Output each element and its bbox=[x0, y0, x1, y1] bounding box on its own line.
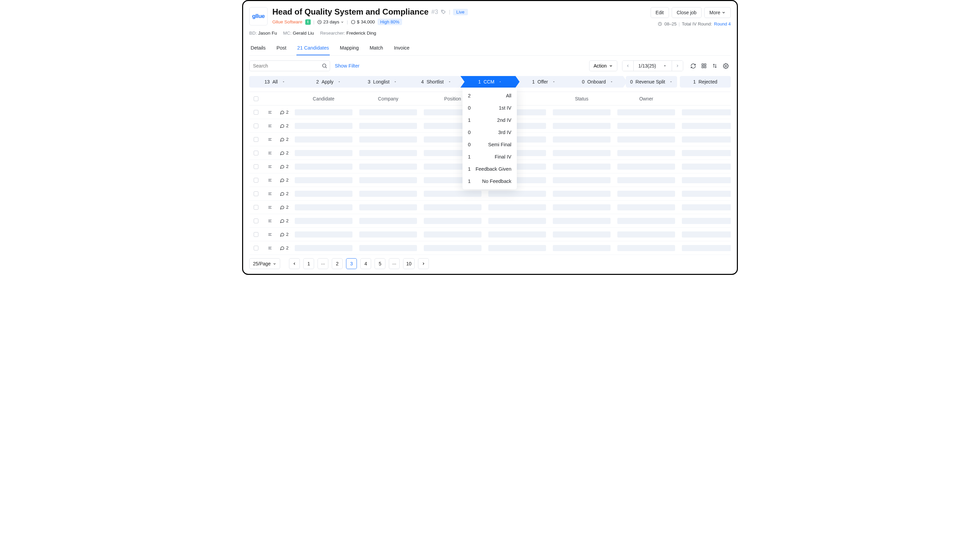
row-checkbox[interactable] bbox=[254, 191, 258, 196]
row-menu-icon[interactable] bbox=[263, 246, 277, 251]
row-checkbox[interactable] bbox=[254, 137, 258, 142]
stage-offer[interactable]: 1Offer bbox=[518, 76, 569, 87]
tab-post[interactable]: Post bbox=[276, 42, 287, 55]
skeleton bbox=[682, 232, 731, 238]
tab-mapping[interactable]: Mapping bbox=[339, 42, 360, 55]
company-link[interactable]: Gllue Software bbox=[272, 19, 302, 24]
row-menu-icon[interactable] bbox=[263, 110, 277, 115]
ccm-item-semi-final[interactable]: 0Semi Final bbox=[463, 138, 517, 151]
col-status[interactable]: Status bbox=[549, 96, 614, 102]
col-candidate[interactable]: Candidate bbox=[291, 96, 356, 102]
tab-match[interactable]: Match bbox=[369, 42, 384, 55]
bd-name[interactable]: Jason Fu bbox=[258, 30, 277, 36]
ccm-item-2nd-iv[interactable]: 12nd IV bbox=[463, 114, 517, 126]
tab-details[interactable]: Details bbox=[250, 42, 266, 55]
ccm-item-all[interactable]: 2All bbox=[463, 90, 517, 102]
page-prev[interactable] bbox=[289, 258, 300, 269]
row-menu-icon[interactable] bbox=[263, 205, 277, 210]
table-row[interactable]: 2 bbox=[249, 214, 731, 228]
status-live-badge: Live bbox=[453, 9, 468, 15]
table-row[interactable]: 2 bbox=[249, 228, 731, 241]
tab-candidates[interactable]: 21 Candidates bbox=[296, 42, 330, 55]
row-comments[interactable]: 2 bbox=[277, 191, 291, 196]
ccm-item-no-feedback[interactable]: 1No Feedback bbox=[463, 175, 517, 187]
row-menu-icon[interactable] bbox=[263, 191, 277, 196]
select-all-checkbox[interactable] bbox=[254, 96, 258, 101]
ccm-item-1st-iv[interactable]: 01st IV bbox=[463, 102, 517, 114]
row-comments[interactable]: 2 bbox=[277, 218, 291, 223]
row-menu-icon[interactable] bbox=[263, 178, 277, 183]
pager-next[interactable] bbox=[672, 61, 683, 71]
row-comments[interactable]: 2 bbox=[277, 123, 291, 128]
pager-display[interactable]: 1/13(25) bbox=[634, 61, 672, 71]
pager-prev[interactable] bbox=[622, 61, 634, 71]
row-checkbox[interactable] bbox=[254, 110, 258, 115]
table-row[interactable]: 2 bbox=[249, 200, 731, 214]
page-4[interactable]: 4 bbox=[360, 258, 371, 269]
stage-rejected[interactable]: 1Rejected bbox=[680, 76, 731, 87]
row-menu-icon[interactable] bbox=[263, 151, 277, 156]
ccm-item-3rd-iv[interactable]: 03rd IV bbox=[463, 126, 517, 138]
ccm-item-final-iv[interactable]: 1Final IV bbox=[463, 151, 517, 163]
stage-apply[interactable]: 2Apply bbox=[303, 76, 354, 87]
row-comments[interactable]: 2 bbox=[277, 150, 291, 156]
sort-icon[interactable] bbox=[710, 61, 720, 71]
mc-name[interactable]: Gerald Liu bbox=[293, 30, 314, 36]
row-checkbox[interactable] bbox=[254, 164, 258, 169]
stage-ccm[interactable]: 1CCM bbox=[465, 76, 515, 87]
settings-icon[interactable] bbox=[721, 61, 731, 71]
tag-icon[interactable] bbox=[441, 9, 446, 14]
row-comments[interactable]: 2 bbox=[277, 232, 291, 237]
row-menu-icon[interactable] bbox=[263, 232, 277, 237]
page-2[interactable]: 2 bbox=[332, 258, 343, 269]
row-comments[interactable]: 2 bbox=[277, 164, 291, 169]
row-checkbox[interactable] bbox=[254, 124, 258, 128]
col-company[interactable]: Company bbox=[356, 96, 420, 102]
row-comments[interactable]: 2 bbox=[277, 178, 291, 183]
edit-button[interactable]: Edit bbox=[651, 7, 669, 18]
row-menu-icon[interactable] bbox=[263, 137, 277, 142]
page-next[interactable] bbox=[418, 258, 429, 269]
row-checkbox[interactable] bbox=[254, 178, 258, 183]
row-checkbox[interactable] bbox=[254, 232, 258, 237]
row-comments[interactable]: 2 bbox=[277, 137, 291, 142]
table-row[interactable]: 2 bbox=[249, 241, 731, 255]
row-checkbox[interactable] bbox=[254, 151, 258, 156]
stage-longlist[interactable]: 3Longlist bbox=[357, 76, 408, 87]
round-value-link[interactable]: Round 4 bbox=[714, 21, 731, 27]
action-dropdown[interactable]: Action bbox=[589, 60, 617, 71]
col-owner[interactable]: Owner bbox=[614, 96, 678, 102]
refresh-icon[interactable] bbox=[688, 61, 698, 71]
row-comments[interactable]: 2 bbox=[277, 205, 291, 210]
job-age[interactable]: 23 days bbox=[317, 19, 344, 24]
page-10[interactable]: 10 bbox=[403, 258, 415, 269]
more-button[interactable]: More bbox=[704, 7, 731, 18]
skeleton bbox=[359, 150, 417, 156]
search-input[interactable] bbox=[249, 60, 330, 71]
page-5[interactable]: 5 bbox=[375, 258, 385, 269]
row-menu-icon[interactable] bbox=[263, 124, 277, 128]
caret-down-icon bbox=[663, 64, 667, 68]
row-checkbox[interactable] bbox=[254, 205, 258, 210]
close-job-button[interactable]: Close job bbox=[672, 7, 702, 18]
row-checkbox[interactable] bbox=[254, 246, 258, 251]
row-menu-icon[interactable] bbox=[263, 164, 277, 169]
show-filter-link[interactable]: Show Filter bbox=[335, 63, 360, 68]
page-3[interactable]: 3 bbox=[346, 258, 357, 269]
researcher-name[interactable]: Frederick Ding bbox=[346, 30, 376, 36]
skeleton bbox=[295, 218, 353, 224]
row-menu-icon[interactable] bbox=[263, 219, 277, 223]
page-1[interactable]: 1 bbox=[303, 258, 314, 269]
stage-onboard[interactable]: 0Onboard bbox=[572, 76, 623, 87]
stage-revenue-split[interactable]: 0Revenue Split bbox=[626, 76, 677, 87]
grid-view-icon[interactable] bbox=[699, 61, 709, 71]
ccm-item-feedback-given[interactable]: 1Feedback Given bbox=[463, 163, 517, 175]
stage-all[interactable]: 13All bbox=[249, 76, 300, 87]
row-comments[interactable]: 2 bbox=[277, 110, 291, 115]
tab-invoice[interactable]: Invoice bbox=[393, 42, 410, 55]
stage-shortlist[interactable]: 4Shortlist bbox=[410, 76, 461, 87]
row-checkbox[interactable] bbox=[254, 219, 258, 223]
search-icon[interactable] bbox=[321, 63, 327, 69]
row-comments[interactable]: 2 bbox=[277, 245, 291, 251]
per-page-select[interactable]: 25/Page bbox=[249, 258, 280, 269]
